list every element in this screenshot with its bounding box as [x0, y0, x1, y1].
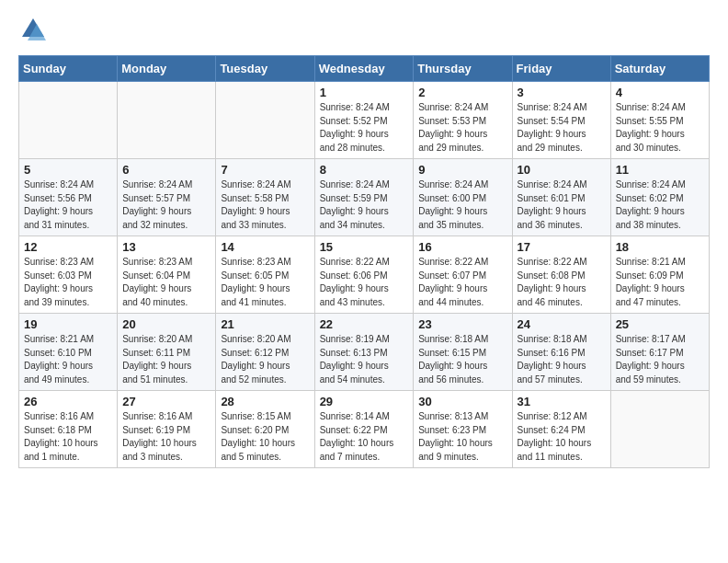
day-info: Sunrise: 8:16 AM Sunset: 6:18 PM Dayligh… [24, 410, 112, 464]
calendar-header-row: SundayMondayTuesdayWednesdayThursdayFrid… [19, 56, 710, 82]
col-header-saturday: Saturday [610, 56, 709, 82]
day-info: Sunrise: 8:22 AM Sunset: 6:08 PM Dayligh… [518, 256, 606, 309]
calendar-cell [610, 391, 709, 468]
calendar-cell: 9Sunrise: 8:24 AM Sunset: 6:00 PM Daylig… [414, 159, 512, 236]
day-info: Sunrise: 8:23 AM Sunset: 6:03 PM Dayligh… [24, 256, 112, 309]
day-number: 20 [122, 317, 210, 331]
day-number: 7 [221, 163, 309, 177]
day-number: 14 [221, 240, 309, 254]
day-number: 8 [320, 163, 409, 177]
day-info: Sunrise: 8:24 AM Sunset: 5:56 PM Dayligh… [24, 178, 112, 232]
day-info: Sunrise: 8:18 AM Sunset: 6:16 PM Dayligh… [518, 333, 606, 386]
day-info: Sunrise: 8:19 AM Sunset: 6:13 PM Dayligh… [320, 333, 409, 386]
day-number: 3 [518, 86, 606, 99]
page-container: SundayMondayTuesdayWednesdayThursdayFrid… [0, 0, 728, 477]
day-number: 13 [122, 240, 210, 254]
day-info: Sunrise: 8:24 AM Sunset: 6:02 PM Dayligh… [616, 178, 704, 232]
calendar-cell: 28Sunrise: 8:15 AM Sunset: 6:20 PM Dayli… [216, 391, 314, 468]
day-number: 21 [221, 317, 309, 331]
calendar-cell: 26Sunrise: 8:16 AM Sunset: 6:18 PM Dayli… [19, 391, 118, 468]
day-info: Sunrise: 8:14 AM Sunset: 6:22 PM Dayligh… [320, 410, 409, 464]
day-number: 6 [122, 163, 210, 177]
col-header-wednesday: Wednesday [314, 56, 414, 82]
logo [18, 15, 51, 44]
day-info: Sunrise: 8:15 AM Sunset: 6:20 PM Dayligh… [221, 410, 309, 464]
day-info: Sunrise: 8:24 AM Sunset: 5:53 PM Dayligh… [418, 101, 506, 155]
day-info: Sunrise: 8:23 AM Sunset: 6:05 PM Dayligh… [221, 256, 309, 309]
day-number: 12 [24, 240, 112, 254]
col-header-thursday: Thursday [414, 56, 512, 82]
day-number: 23 [418, 317, 506, 331]
day-info: Sunrise: 8:18 AM Sunset: 6:15 PM Dayligh… [418, 333, 506, 386]
calendar-cell: 8Sunrise: 8:24 AM Sunset: 5:59 PM Daylig… [314, 159, 414, 236]
day-info: Sunrise: 8:16 AM Sunset: 6:19 PM Dayligh… [122, 410, 210, 464]
day-number: 19 [24, 317, 112, 331]
day-number: 17 [518, 240, 606, 254]
calendar-cell: 7Sunrise: 8:24 AM Sunset: 5:58 PM Daylig… [216, 159, 314, 236]
day-info: Sunrise: 8:24 AM Sunset: 5:58 PM Dayligh… [221, 178, 309, 232]
calendar-cell: 16Sunrise: 8:22 AM Sunset: 6:07 PM Dayli… [414, 236, 512, 314]
calendar-cell: 2Sunrise: 8:24 AM Sunset: 5:53 PM Daylig… [414, 82, 512, 159]
calendar-cell: 23Sunrise: 8:18 AM Sunset: 6:15 PM Dayli… [414, 314, 512, 391]
day-number: 11 [616, 163, 704, 177]
day-info: Sunrise: 8:24 AM Sunset: 5:57 PM Dayligh… [122, 178, 210, 232]
day-info: Sunrise: 8:24 AM Sunset: 6:01 PM Dayligh… [518, 178, 606, 232]
calendar-cell: 18Sunrise: 8:21 AM Sunset: 6:09 PM Dayli… [610, 236, 709, 314]
day-info: Sunrise: 8:21 AM Sunset: 6:09 PM Dayligh… [616, 256, 704, 309]
day-info: Sunrise: 8:24 AM Sunset: 5:54 PM Dayligh… [518, 101, 606, 155]
col-header-friday: Friday [512, 56, 610, 82]
day-info: Sunrise: 8:24 AM Sunset: 5:59 PM Dayligh… [320, 178, 409, 232]
calendar-week-3: 12Sunrise: 8:23 AM Sunset: 6:03 PM Dayli… [19, 236, 710, 314]
calendar-cell: 12Sunrise: 8:23 AM Sunset: 6:03 PM Dayli… [19, 236, 118, 314]
day-number: 31 [518, 395, 606, 408]
calendar-cell: 24Sunrise: 8:18 AM Sunset: 6:16 PM Dayli… [512, 314, 610, 391]
day-number: 30 [418, 395, 506, 408]
day-number: 15 [320, 240, 409, 254]
day-number: 27 [122, 395, 210, 408]
col-header-monday: Monday [118, 56, 216, 82]
calendar-cell: 30Sunrise: 8:13 AM Sunset: 6:23 PM Dayli… [414, 391, 512, 468]
day-number: 5 [24, 163, 112, 177]
calendar-table: SundayMondayTuesdayWednesdayThursdayFrid… [18, 55, 710, 468]
day-number: 16 [418, 240, 506, 254]
day-number: 22 [320, 317, 409, 331]
calendar-cell: 21Sunrise: 8:20 AM Sunset: 6:12 PM Dayli… [216, 314, 314, 391]
calendar-cell: 20Sunrise: 8:20 AM Sunset: 6:11 PM Dayli… [118, 314, 216, 391]
calendar-cell: 17Sunrise: 8:22 AM Sunset: 6:08 PM Dayli… [512, 236, 610, 314]
day-info: Sunrise: 8:12 AM Sunset: 6:24 PM Dayligh… [518, 410, 606, 464]
day-number: 1 [320, 86, 409, 99]
day-info: Sunrise: 8:24 AM Sunset: 6:00 PM Dayligh… [418, 178, 506, 232]
day-info: Sunrise: 8:20 AM Sunset: 6:12 PM Dayligh… [221, 333, 309, 386]
day-number: 26 [24, 395, 112, 408]
calendar-cell: 15Sunrise: 8:22 AM Sunset: 6:06 PM Dayli… [314, 236, 414, 314]
calendar-cell: 11Sunrise: 8:24 AM Sunset: 6:02 PM Dayli… [610, 159, 709, 236]
calendar-cell [19, 82, 118, 159]
calendar-week-1: 1Sunrise: 8:24 AM Sunset: 5:52 PM Daylig… [19, 82, 710, 159]
calendar-week-5: 26Sunrise: 8:16 AM Sunset: 6:18 PM Dayli… [19, 391, 710, 468]
calendar-cell: 29Sunrise: 8:14 AM Sunset: 6:22 PM Dayli… [314, 391, 414, 468]
col-header-sunday: Sunday [19, 56, 118, 82]
calendar-cell: 6Sunrise: 8:24 AM Sunset: 5:57 PM Daylig… [118, 159, 216, 236]
day-info: Sunrise: 8:22 AM Sunset: 6:06 PM Dayligh… [320, 256, 409, 309]
day-number: 10 [518, 163, 606, 177]
day-info: Sunrise: 8:24 AM Sunset: 5:55 PM Dayligh… [616, 101, 704, 155]
calendar-cell [216, 82, 314, 159]
day-info: Sunrise: 8:13 AM Sunset: 6:23 PM Dayligh… [418, 410, 506, 464]
day-number: 24 [518, 317, 606, 331]
day-info: Sunrise: 8:21 AM Sunset: 6:10 PM Dayligh… [24, 333, 112, 386]
header [18, 15, 710, 44]
logo-icon [18, 15, 48, 44]
calendar-week-4: 19Sunrise: 8:21 AM Sunset: 6:10 PM Dayli… [19, 314, 710, 391]
calendar-cell: 10Sunrise: 8:24 AM Sunset: 6:01 PM Dayli… [512, 159, 610, 236]
calendar-cell: 1Sunrise: 8:24 AM Sunset: 5:52 PM Daylig… [314, 82, 414, 159]
day-number: 25 [616, 317, 704, 331]
day-info: Sunrise: 8:22 AM Sunset: 6:07 PM Dayligh… [418, 256, 506, 309]
calendar-cell: 25Sunrise: 8:17 AM Sunset: 6:17 PM Dayli… [610, 314, 709, 391]
day-info: Sunrise: 8:23 AM Sunset: 6:04 PM Dayligh… [122, 256, 210, 309]
logo-top [18, 15, 51, 44]
day-info: Sunrise: 8:20 AM Sunset: 6:11 PM Dayligh… [122, 333, 210, 386]
day-info: Sunrise: 8:17 AM Sunset: 6:17 PM Dayligh… [616, 333, 704, 386]
day-number: 28 [221, 395, 309, 408]
calendar-cell: 5Sunrise: 8:24 AM Sunset: 5:56 PM Daylig… [19, 159, 118, 236]
day-number: 2 [418, 86, 506, 99]
